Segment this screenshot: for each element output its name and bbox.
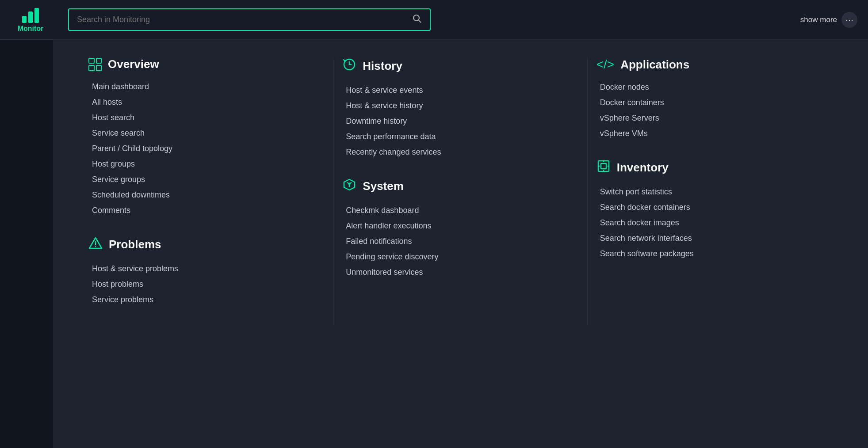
list-item[interactable]: Host & service history (346, 98, 578, 114)
section-items-problems: Host & service problemsHost problemsServ… (88, 261, 324, 308)
list-item[interactable]: Host search (92, 110, 324, 125)
section-applications: </>ApplicationsDocker nodesDocker contai… (597, 57, 833, 141)
menu-column-2: </>ApplicationsDocker nodesDocker contai… (588, 57, 841, 325)
svg-point-0 (413, 15, 419, 21)
section-items-history: Host & service eventsHost & service hist… (342, 83, 578, 160)
section-header-history: History (342, 57, 578, 75)
section-problems: ProblemsHost & service problemsHost prob… (88, 236, 324, 308)
list-item[interactable]: All hosts (92, 95, 324, 110)
list-item[interactable]: Main dashboard (92, 79, 324, 95)
section-items-applications: Docker nodesDocker containersvSphere Ser… (597, 80, 833, 141)
section-system: SystemCheckmk dashboardAlert handler exe… (342, 178, 578, 280)
list-item[interactable]: Unmonitored services (346, 265, 578, 280)
logo-bar-2 (28, 11, 33, 23)
search-input[interactable] (77, 15, 412, 24)
svg-rect-12 (601, 163, 606, 169)
list-item[interactable]: Host & service problems (92, 261, 324, 277)
show-more-label: show more (800, 15, 837, 24)
svg-line-1 (419, 20, 421, 23)
list-item[interactable]: Recently changed services (346, 144, 578, 160)
logo-bar-1 (22, 16, 27, 23)
list-item[interactable]: Downtime history (346, 114, 578, 129)
list-item[interactable]: Search performance data (346, 129, 578, 144)
search-container (68, 8, 431, 31)
section-items-system: Checkmk dashboardAlert handler execution… (342, 203, 578, 280)
svg-rect-11 (598, 161, 609, 171)
list-item[interactable]: vSphere VMs (600, 126, 833, 141)
logo-icon (22, 7, 39, 23)
search-box (68, 8, 431, 31)
list-item[interactable]: Search software packages (600, 246, 833, 262)
section-title-overview: Overview (108, 57, 159, 71)
logo-bar-3 (34, 8, 39, 23)
list-item[interactable]: Checkmk dashboard (346, 203, 578, 218)
list-item[interactable]: Docker containers (600, 95, 833, 110)
main-layout: OverviewMain dashboardAll hostsHost sear… (0, 40, 868, 448)
menu-column-1: HistoryHost & service eventsHost & servi… (333, 57, 587, 325)
section-items-overview: Main dashboardAll hostsHost searchServic… (88, 79, 324, 218)
menu-grid: OverviewMain dashboardAll hostsHost sear… (80, 57, 841, 325)
applications-icon: </> (597, 57, 614, 71)
inventory-icon-wrap (597, 159, 611, 176)
menu-column-0: OverviewMain dashboardAll hostsHost sear… (80, 57, 333, 325)
problems-icon-wrap (88, 236, 103, 253)
list-item[interactable]: Alert handler executions (346, 218, 578, 234)
overview-icon (88, 58, 102, 71)
search-icon (412, 14, 422, 26)
inventory-icon (597, 159, 611, 173)
list-item[interactable]: Host & service events (346, 83, 578, 98)
list-item[interactable]: Host problems (92, 277, 324, 292)
list-item[interactable]: Scheduled downtimes (92, 187, 324, 203)
list-item[interactable]: vSphere Servers (600, 110, 833, 126)
applications-icon-wrap: </> (597, 57, 614, 72)
section-header-inventory: Inventory (597, 159, 833, 176)
problems-icon (88, 236, 103, 250)
list-item[interactable]: Docker nodes (600, 80, 833, 95)
system-icon-wrap (342, 178, 356, 195)
section-title-history: History (363, 59, 402, 73)
show-more-button[interactable]: ⋯ (841, 12, 857, 28)
section-title-problems: Problems (109, 238, 161, 251)
list-item[interactable]: Search docker images (600, 215, 833, 231)
topbar: Monitor show more ⋯ (0, 0, 868, 40)
show-more-area: show more ⋯ (800, 12, 857, 28)
section-header-system: System (342, 178, 578, 195)
list-item[interactable]: Search network interfaces (600, 231, 833, 246)
section-inventory: InventorySwitch port statisticsSearch do… (597, 159, 833, 262)
list-item[interactable]: Search docker containers (600, 200, 833, 215)
sidebar (0, 40, 53, 448)
system-icon (342, 178, 356, 192)
list-item[interactable]: Service groups (92, 172, 324, 187)
svg-point-4 (95, 246, 96, 247)
section-header-overview: Overview (88, 57, 324, 71)
section-title-applications: Applications (620, 58, 689, 72)
list-item[interactable]: Service search (92, 125, 324, 141)
logo-area: Monitor (11, 7, 50, 33)
section-history: HistoryHost & service eventsHost & servi… (342, 57, 578, 160)
history-icon-wrap (342, 57, 356, 75)
list-item[interactable]: Parent / Child topology (92, 141, 324, 156)
section-items-inventory: Switch port statisticsSearch docker cont… (597, 184, 833, 262)
list-item[interactable]: Failed notifications (346, 234, 578, 249)
list-item[interactable]: Service problems (92, 292, 324, 308)
logo-label: Monitor (18, 25, 44, 33)
svg-point-10 (348, 183, 351, 185)
overview-icon-wrap (88, 58, 102, 71)
section-title-inventory: Inventory (617, 161, 669, 175)
section-header-applications: </>Applications (597, 57, 833, 72)
section-overview: OverviewMain dashboardAll hostsHost sear… (88, 57, 324, 218)
list-item[interactable]: Host groups (92, 156, 324, 172)
list-item[interactable]: Switch port statistics (600, 184, 833, 200)
section-header-problems: Problems (88, 236, 324, 253)
list-item[interactable]: Pending service discovery (346, 249, 578, 265)
history-icon (342, 57, 356, 72)
list-item[interactable]: Comments (92, 203, 324, 218)
content-panel: OverviewMain dashboardAll hostsHost sear… (53, 40, 868, 448)
section-title-system: System (363, 179, 404, 193)
